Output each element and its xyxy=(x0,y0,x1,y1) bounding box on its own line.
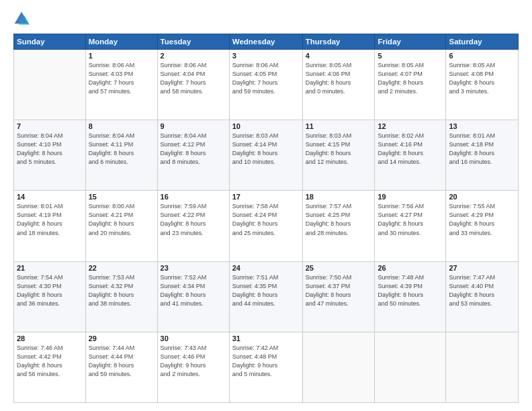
day-info: Sunrise: 8:03 AMSunset: 4:14 PMDaylight:… xyxy=(232,132,300,167)
day-cell: 24Sunrise: 7:51 AMSunset: 4:35 PMDayligh… xyxy=(229,261,302,332)
day-cell: 21Sunrise: 7:54 AMSunset: 4:30 PMDayligh… xyxy=(14,261,86,332)
day-cell: 14Sunrise: 8:01 AMSunset: 4:19 PMDayligh… xyxy=(14,191,86,261)
day-info: Sunrise: 7:51 AMSunset: 4:35 PMDaylight:… xyxy=(232,273,300,308)
day-info: Sunrise: 8:06 AMSunset: 4:05 PMDaylight:… xyxy=(232,61,300,96)
day-cell: 7Sunrise: 8:04 AMSunset: 4:10 PMDaylight… xyxy=(14,120,86,191)
day-number: 31 xyxy=(232,334,300,342)
day-number: 5 xyxy=(378,52,443,60)
header-cell-saturday: Saturday xyxy=(446,34,519,50)
day-number: 29 xyxy=(89,334,154,342)
header-row: SundayMondayTuesdayWednesdayThursdayFrid… xyxy=(14,34,519,50)
week-row-1: 7Sunrise: 8:04 AMSunset: 4:10 PMDaylight… xyxy=(14,120,519,191)
header-cell-tuesday: Tuesday xyxy=(157,34,229,50)
day-info: Sunrise: 7:42 AMSunset: 4:48 PMDaylight:… xyxy=(232,344,300,379)
day-info: Sunrise: 8:06 AMSunset: 4:03 PMDaylight:… xyxy=(89,61,154,96)
day-cell: 15Sunrise: 8:00 AMSunset: 4:21 PMDayligh… xyxy=(85,191,157,261)
day-number: 19 xyxy=(378,193,443,201)
day-cell: 17Sunrise: 7:58 AMSunset: 4:24 PMDayligh… xyxy=(229,191,302,261)
day-number: 17 xyxy=(232,193,300,201)
day-info: Sunrise: 8:00 AMSunset: 4:21 PMDaylight:… xyxy=(89,202,154,237)
day-cell: 25Sunrise: 7:50 AMSunset: 4:37 PMDayligh… xyxy=(302,261,375,332)
day-cell xyxy=(14,50,86,120)
header-cell-monday: Monday xyxy=(85,34,157,50)
day-info: Sunrise: 7:46 AMSunset: 4:42 PMDaylight:… xyxy=(17,344,83,379)
day-number: 25 xyxy=(306,264,372,272)
day-info: Sunrise: 8:05 AMSunset: 4:06 PMDaylight:… xyxy=(306,61,372,96)
calendar-body: 1Sunrise: 8:06 AMSunset: 4:03 PMDaylight… xyxy=(14,50,519,403)
day-number: 24 xyxy=(232,264,300,272)
day-info: Sunrise: 7:57 AMSunset: 4:25 PMDaylight:… xyxy=(306,202,372,237)
day-number: 20 xyxy=(449,193,515,201)
day-cell: 4Sunrise: 8:05 AMSunset: 4:06 PMDaylight… xyxy=(302,50,375,120)
day-cell xyxy=(302,332,375,402)
day-cell: 11Sunrise: 8:03 AMSunset: 4:15 PMDayligh… xyxy=(302,120,375,191)
header-cell-thursday: Thursday xyxy=(302,34,375,50)
day-number: 15 xyxy=(89,193,154,201)
logo xyxy=(13,11,31,27)
day-cell: 29Sunrise: 7:44 AMSunset: 4:44 PMDayligh… xyxy=(85,332,157,402)
day-info: Sunrise: 7:47 AMSunset: 4:40 PMDaylight:… xyxy=(449,273,515,308)
day-number: 16 xyxy=(161,193,226,201)
page: SundayMondayTuesdayWednesdayThursdayFrid… xyxy=(0,0,532,411)
header-cell-sunday: Sunday xyxy=(14,34,86,50)
day-info: Sunrise: 7:43 AMSunset: 4:46 PMDaylight:… xyxy=(161,344,226,379)
day-number: 7 xyxy=(17,122,83,130)
day-info: Sunrise: 8:06 AMSunset: 4:04 PMDaylight:… xyxy=(161,61,226,96)
day-cell: 1Sunrise: 8:06 AMSunset: 4:03 PMDaylight… xyxy=(85,50,157,120)
day-info: Sunrise: 7:59 AMSunset: 4:22 PMDaylight:… xyxy=(161,202,226,237)
day-number: 23 xyxy=(161,264,226,272)
day-number: 6 xyxy=(449,52,515,60)
day-number: 11 xyxy=(306,122,372,130)
day-number: 18 xyxy=(306,193,372,201)
day-info: Sunrise: 7:48 AMSunset: 4:39 PMDaylight:… xyxy=(378,273,443,308)
day-number: 2 xyxy=(161,52,226,60)
day-cell: 26Sunrise: 7:48 AMSunset: 4:39 PMDayligh… xyxy=(375,261,446,332)
week-row-2: 14Sunrise: 8:01 AMSunset: 4:19 PMDayligh… xyxy=(14,191,519,261)
week-row-3: 21Sunrise: 7:54 AMSunset: 4:30 PMDayligh… xyxy=(14,261,519,332)
week-row-4: 28Sunrise: 7:46 AMSunset: 4:42 PMDayligh… xyxy=(14,332,519,402)
day-number: 3 xyxy=(232,52,300,60)
day-info: Sunrise: 7:55 AMSunset: 4:29 PMDaylight:… xyxy=(449,202,515,237)
day-number: 4 xyxy=(306,52,372,60)
week-row-0: 1Sunrise: 8:06 AMSunset: 4:03 PMDaylight… xyxy=(14,50,519,120)
day-number: 8 xyxy=(89,122,154,130)
logo-icon xyxy=(13,11,30,27)
day-cell: 8Sunrise: 8:04 AMSunset: 4:11 PMDaylight… xyxy=(85,120,157,191)
day-cell: 31Sunrise: 7:42 AMSunset: 4:48 PMDayligh… xyxy=(229,332,302,402)
day-cell: 3Sunrise: 8:06 AMSunset: 4:05 PMDaylight… xyxy=(229,50,302,120)
day-cell: 13Sunrise: 8:01 AMSunset: 4:18 PMDayligh… xyxy=(446,120,519,191)
day-cell: 2Sunrise: 8:06 AMSunset: 4:04 PMDaylight… xyxy=(157,50,229,120)
day-cell: 27Sunrise: 7:47 AMSunset: 4:40 PMDayligh… xyxy=(446,261,519,332)
day-info: Sunrise: 8:02 AMSunset: 4:16 PMDaylight:… xyxy=(378,132,443,167)
day-info: Sunrise: 7:50 AMSunset: 4:37 PMDaylight:… xyxy=(306,273,372,308)
day-info: Sunrise: 8:01 AMSunset: 4:18 PMDaylight:… xyxy=(449,132,515,167)
day-cell: 19Sunrise: 7:56 AMSunset: 4:27 PMDayligh… xyxy=(375,191,446,261)
day-cell: 22Sunrise: 7:53 AMSunset: 4:32 PMDayligh… xyxy=(85,261,157,332)
day-number: 27 xyxy=(449,264,515,272)
day-number: 26 xyxy=(378,264,443,272)
day-number: 10 xyxy=(232,122,300,130)
day-info: Sunrise: 7:52 AMSunset: 4:34 PMDaylight:… xyxy=(161,273,226,308)
day-number: 9 xyxy=(161,122,226,130)
day-info: Sunrise: 7:44 AMSunset: 4:44 PMDaylight:… xyxy=(89,344,154,379)
calendar-table: SundayMondayTuesdayWednesdayThursdayFrid… xyxy=(13,34,519,403)
day-cell: 12Sunrise: 8:02 AMSunset: 4:16 PMDayligh… xyxy=(375,120,446,191)
day-info: Sunrise: 8:05 AMSunset: 4:08 PMDaylight:… xyxy=(449,61,515,96)
header xyxy=(13,11,519,27)
day-info: Sunrise: 7:56 AMSunset: 4:27 PMDaylight:… xyxy=(378,202,443,237)
day-cell: 18Sunrise: 7:57 AMSunset: 4:25 PMDayligh… xyxy=(302,191,375,261)
day-info: Sunrise: 8:03 AMSunset: 4:15 PMDaylight:… xyxy=(306,132,372,167)
day-cell: 6Sunrise: 8:05 AMSunset: 4:08 PMDaylight… xyxy=(446,50,519,120)
day-cell: 16Sunrise: 7:59 AMSunset: 4:22 PMDayligh… xyxy=(157,191,229,261)
day-info: Sunrise: 8:04 AMSunset: 4:10 PMDaylight:… xyxy=(17,132,83,167)
day-cell: 30Sunrise: 7:43 AMSunset: 4:46 PMDayligh… xyxy=(157,332,229,402)
header-cell-wednesday: Wednesday xyxy=(229,34,302,50)
day-info: Sunrise: 8:01 AMSunset: 4:19 PMDaylight:… xyxy=(17,202,83,237)
day-info: Sunrise: 7:53 AMSunset: 4:32 PMDaylight:… xyxy=(89,273,154,308)
header-cell-friday: Friday xyxy=(375,34,446,50)
day-cell xyxy=(375,332,446,402)
day-info: Sunrise: 7:54 AMSunset: 4:30 PMDaylight:… xyxy=(17,273,83,308)
day-info: Sunrise: 8:04 AMSunset: 4:12 PMDaylight:… xyxy=(161,132,226,167)
day-number: 22 xyxy=(89,264,154,272)
day-number: 1 xyxy=(89,52,154,60)
